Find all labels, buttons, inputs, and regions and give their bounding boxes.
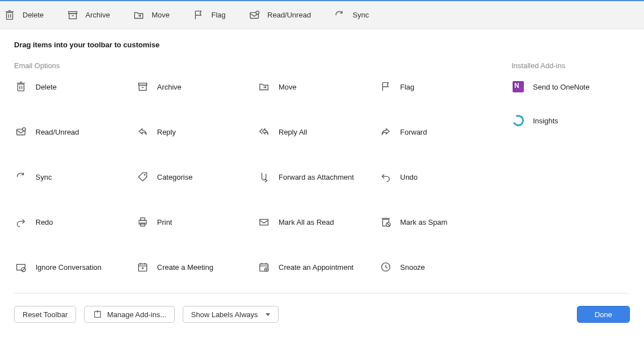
archive-icon <box>67 9 79 21</box>
delete-icon <box>14 80 28 94</box>
addin-onenote[interactable]: Send to OneNote <box>511 80 630 94</box>
manage-addins-button[interactable]: Manage Add-ins... <box>84 306 175 323</box>
option-label: Move <box>279 83 297 91</box>
option-label: Flag <box>400 83 414 91</box>
option-flag[interactable]: Flag <box>379 80 495 94</box>
sync-icon <box>333 9 346 21</box>
show-labels-dropdown[interactable]: Show Labels Always <box>183 306 279 323</box>
addin-label: Send to OneNote <box>533 83 589 91</box>
option-markallread[interactable]: Mark All as Read <box>257 215 373 229</box>
option-forward[interactable]: Forward <box>379 125 495 139</box>
option-categorise[interactable]: Categorise <box>136 170 252 184</box>
option-label: Forward <box>400 128 427 136</box>
option-label: Archive <box>157 83 182 91</box>
redo-icon <box>14 215 28 229</box>
button-label: Manage Add-ins... <box>107 310 166 319</box>
option-label: Redo <box>36 218 53 226</box>
option-label: Delete <box>36 83 57 91</box>
option-move[interactable]: Move <box>257 80 373 94</box>
option-sync[interactable]: Sync <box>14 170 130 184</box>
addin-icon <box>92 309 103 319</box>
toolbar: Delete Archive Move Flag Read/Unread Syn… <box>0 0 644 29</box>
option-archive[interactable]: Archive <box>136 80 252 94</box>
option-label: Read/Unread <box>36 128 79 136</box>
toolbar-item-archive[interactable]: Archive <box>67 9 110 21</box>
print-icon <box>136 215 149 229</box>
toolbar-item-move[interactable]: Move <box>133 9 170 21</box>
option-readunread[interactable]: Read/Unread <box>14 125 130 139</box>
option-redo[interactable]: Redo <box>14 215 130 229</box>
insights-icon <box>511 114 525 127</box>
option-ignoreconv[interactable]: Ignore Conversation <box>14 260 130 274</box>
option-print[interactable]: Print <box>136 215 252 229</box>
createmeeting-icon <box>136 260 149 274</box>
option-createappt[interactable]: Create an Appointment <box>257 260 373 274</box>
reset-toolbar-button[interactable]: Reset Toolbar <box>14 306 76 323</box>
toolbar-item-sync[interactable]: Sync <box>333 9 369 21</box>
toolbar-label: Move <box>152 11 170 19</box>
readunread-icon <box>248 9 261 21</box>
email-options-grid: Delete Archive Move Flag Read/Unread Rep… <box>14 80 495 274</box>
option-label: Reply <box>157 128 176 136</box>
addin-insights[interactable]: Insights <box>511 114 630 127</box>
option-delete[interactable]: Delete <box>14 80 130 94</box>
option-label: Mark as Spam <box>400 218 448 226</box>
move-icon <box>257 80 271 94</box>
toolbar-label: Archive <box>86 11 110 19</box>
toolbar-item-readunread[interactable]: Read/Unread <box>248 9 311 21</box>
toolbar-item-flag[interactable]: Flag <box>192 9 226 21</box>
option-label: Print <box>157 218 173 226</box>
delete-icon <box>3 9 16 21</box>
addins-header: Installed Add-ins <box>511 61 630 70</box>
option-label: Create an Appointment <box>279 263 354 272</box>
fwdattach-icon <box>257 170 271 184</box>
move-icon <box>133 9 145 21</box>
reply-icon <box>136 125 149 139</box>
flag-icon <box>192 9 205 21</box>
sync-icon <box>14 170 28 184</box>
option-label: Forward as Attachment <box>279 173 354 181</box>
option-createmeeting[interactable]: Create a Meeting <box>136 260 252 274</box>
option-label: Create a Meeting <box>157 263 214 272</box>
categorise-icon <box>136 170 149 184</box>
option-snooze[interactable]: Snooze <box>379 260 495 274</box>
addin-label: Insights <box>533 117 558 125</box>
option-label: Mark All as Read <box>279 218 334 226</box>
option-fwdattach[interactable]: Forward as Attachment <box>257 170 373 184</box>
replyall-icon <box>257 125 271 139</box>
button-label: Reset Toolbar <box>23 310 68 319</box>
option-label: Ignore Conversation <box>36 263 102 272</box>
option-label: Snooze <box>400 263 425 272</box>
undo-icon <box>379 170 392 184</box>
toolbar-label: Delete <box>23 11 44 19</box>
option-label: Reply All <box>279 128 307 136</box>
archive-icon <box>136 80 149 94</box>
option-markspam[interactable]: Mark as Spam <box>379 215 495 229</box>
button-label: Done <box>594 310 612 319</box>
instruction-text: Drag items into your toolbar to customis… <box>0 29 644 49</box>
option-reply[interactable]: Reply <box>136 125 252 139</box>
readunread-icon <box>14 125 28 139</box>
option-replyall[interactable]: Reply All <box>257 125 373 139</box>
onenote-icon <box>511 80 525 94</box>
option-label: Sync <box>36 173 52 181</box>
toolbar-label: Flag <box>211 11 226 19</box>
flag-icon <box>379 80 392 94</box>
toolbar-item-delete[interactable]: Delete <box>3 9 44 21</box>
ignoreconv-icon <box>14 260 28 274</box>
snooze-icon <box>379 260 392 274</box>
forward-icon <box>379 125 392 139</box>
option-undo[interactable]: Undo <box>379 170 495 184</box>
toolbar-label: Read/Unread <box>267 11 311 19</box>
markallread-icon <box>257 215 271 229</box>
option-label: Undo <box>400 173 418 181</box>
toolbar-label: Sync <box>352 11 369 19</box>
button-label: Show Labels Always <box>191 310 258 319</box>
option-label: Categorise <box>157 173 193 181</box>
footer-bar: Reset Toolbar Manage Add-ins... Show Lab… <box>14 293 630 323</box>
done-button[interactable]: Done <box>577 306 630 323</box>
email-options-header: Email Options <box>14 61 495 70</box>
markspam-icon <box>379 215 392 229</box>
createappt-icon <box>257 260 271 274</box>
